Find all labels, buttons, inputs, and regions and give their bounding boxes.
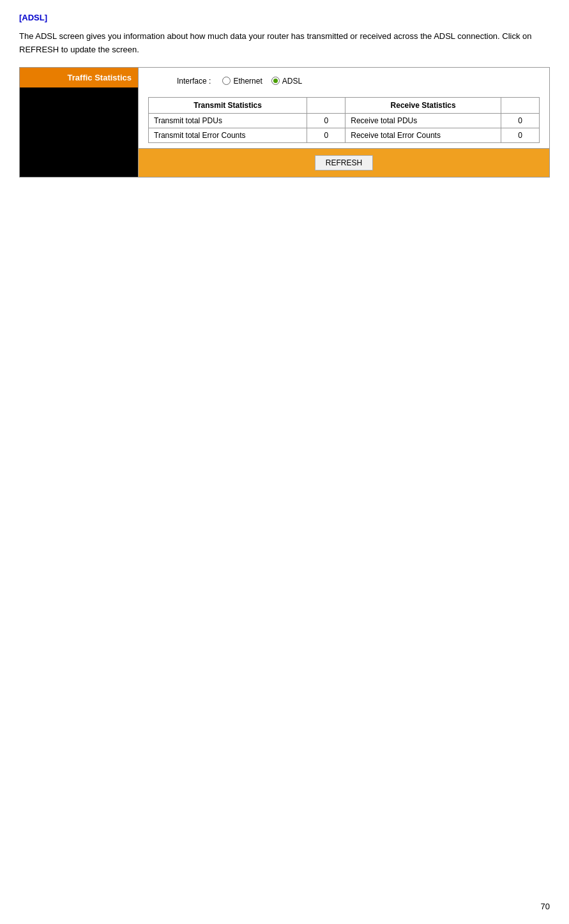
content-area: Interface : Ethernet ADSL Transmit Stati… (138, 68, 549, 177)
ethernet-label: Ethernet (233, 77, 262, 86)
transmit-pdus-label: Transmit total PDUs (149, 113, 307, 128)
sidebar-black-area (20, 87, 138, 177)
page-header: [ADSL] (19, 13, 550, 22)
transmit-errors-value: 0 (307, 128, 345, 142)
table-row: Transmit total PDUs 0 Receive total PDUs… (149, 113, 540, 128)
receive-errors-value: 0 (501, 128, 540, 142)
adsl-link[interactable]: [ADSL] (19, 13, 47, 22)
receive-errors-label: Receive total Error Counts (345, 128, 501, 142)
radio-ethernet[interactable]: Ethernet (222, 77, 262, 86)
footer-bar: REFRESH (139, 148, 549, 177)
adsl-radio-button[interactable] (271, 77, 280, 85)
description: The ADSL screen gives you information ab… (19, 30, 550, 57)
transmit-errors-label: Transmit total Error Counts (149, 128, 307, 142)
receive-stats-header: Receive Statistics (345, 97, 501, 113)
refresh-button[interactable]: REFRESH (315, 155, 373, 170)
interface-label: Interface : (177, 77, 211, 86)
ethernet-radio-button[interactable] (222, 77, 231, 85)
transmit-stats-header: Transmit Statistics (149, 97, 307, 113)
stats-table: Transmit Statistics Receive Statistics T… (148, 97, 540, 143)
receive-pdus-label: Receive total PDUs (345, 113, 501, 128)
transmit-value-header (307, 97, 345, 113)
transmit-pdus-value: 0 (307, 113, 345, 128)
radio-group: Ethernet ADSL (222, 77, 302, 86)
sidebar-label: Traffic Statistics (20, 68, 138, 87)
interface-row: Interface : Ethernet ADSL (139, 68, 549, 92)
sidebar: Traffic Statistics (20, 68, 138, 177)
table-row: Transmit total Error Counts 0 Receive to… (149, 128, 540, 142)
page-number: 70 (541, 902, 550, 911)
receive-pdus-value: 0 (501, 113, 540, 128)
adsl-label: ADSL (282, 77, 302, 86)
receive-value-header (501, 97, 540, 113)
main-layout: Traffic Statistics Interface : Ethernet … (19, 67, 550, 178)
radio-adsl[interactable]: ADSL (271, 77, 302, 86)
